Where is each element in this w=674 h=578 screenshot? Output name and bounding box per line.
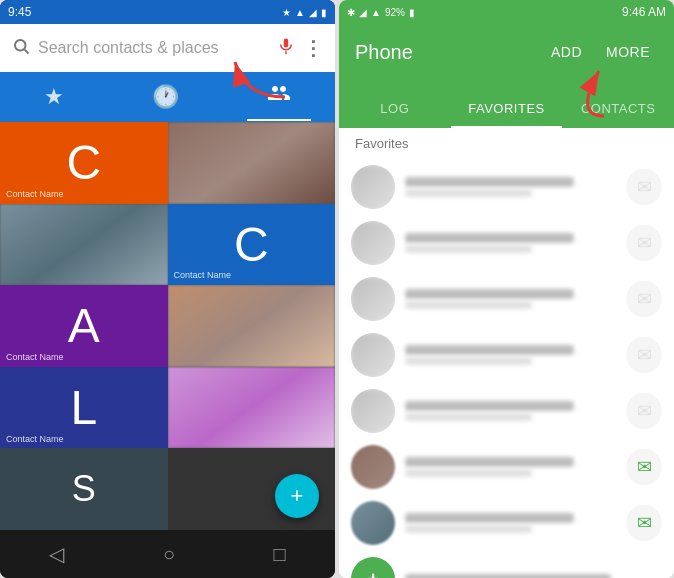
phone-header: Phone ADD MORE bbox=[339, 24, 674, 80]
svg-line-1 bbox=[24, 49, 28, 53]
nav-tabs-left: ★ 🕐 bbox=[0, 72, 335, 122]
contact-name-blur bbox=[405, 289, 574, 299]
list-item[interactable]: ✉ bbox=[339, 439, 674, 495]
contact-action-icon[interactable]: ✉ bbox=[626, 281, 662, 317]
status-bar-left: 9:45 ★ ▲ ◢ ▮ bbox=[0, 0, 335, 24]
grid-cell-2[interactable] bbox=[0, 204, 168, 286]
battery-icon-r: ▮ bbox=[409, 7, 415, 18]
back-button[interactable]: ◁ bbox=[49, 542, 64, 566]
svg-point-0 bbox=[15, 40, 26, 51]
contact-letter-a: A bbox=[68, 298, 100, 353]
list-item[interactable]: ✉ bbox=[339, 327, 674, 383]
more-button[interactable]: MORE bbox=[598, 40, 658, 64]
contacts-tab[interactable] bbox=[247, 73, 311, 121]
home-button[interactable]: ○ bbox=[163, 543, 175, 566]
contact-detail-blur bbox=[405, 189, 532, 197]
grid-cell-0[interactable]: C Contact Name bbox=[0, 122, 168, 204]
contact-action-icon[interactable]: ✉ bbox=[626, 449, 662, 485]
list-item[interactable]: ✉ bbox=[339, 271, 674, 327]
wifi-icon-r: ◢ bbox=[359, 7, 367, 18]
contact-action-icon[interactable]: ✉ bbox=[626, 393, 662, 429]
contact-name-3: Contact Name bbox=[174, 270, 232, 281]
search-input[interactable]: Search contacts & places bbox=[38, 39, 269, 57]
contact-info bbox=[405, 401, 616, 421]
grid-cell-7[interactable] bbox=[168, 367, 336, 449]
contact-letter-l: L bbox=[70, 380, 97, 435]
grid-cell-8[interactable]: S bbox=[0, 448, 168, 530]
contact-detail-blur bbox=[405, 413, 532, 421]
status-icons-left: ★ ▲ ◢ ▮ bbox=[282, 7, 327, 18]
contact-name-blur bbox=[405, 177, 574, 187]
list-item[interactable]: ✉ bbox=[339, 215, 674, 271]
contacts-list: ✉ ✉ ✉ bbox=[339, 159, 674, 578]
list-item[interactable]: ✉ bbox=[339, 495, 674, 551]
contact-name-4: Contact Name bbox=[6, 352, 64, 363]
list-item[interactable]: + bbox=[339, 551, 674, 578]
contact-action-icon[interactable]: ✉ bbox=[626, 169, 662, 205]
contact-action-icon[interactable]: ✉ bbox=[626, 505, 662, 541]
favorites-section: Favorites ✉ ✉ bbox=[339, 128, 674, 578]
contact-info bbox=[405, 289, 616, 309]
bottom-nav-left: ◁ ○ □ bbox=[0, 530, 335, 578]
time-right: 9:46 AM bbox=[622, 5, 666, 19]
add-button[interactable]: ADD bbox=[543, 40, 590, 64]
avatar: + bbox=[351, 557, 395, 578]
contact-name-6: Contact Name bbox=[6, 434, 64, 445]
recents-button[interactable]: □ bbox=[274, 543, 286, 566]
grid-cell-5[interactable] bbox=[168, 285, 336, 367]
fab-icon: + bbox=[291, 483, 304, 509]
contact-action-icon[interactable]: ✉ bbox=[626, 337, 662, 373]
avatar bbox=[351, 221, 395, 265]
battery-icon: ▮ bbox=[321, 7, 327, 18]
contact-name-blur bbox=[405, 233, 574, 243]
grid-cell-1[interactable] bbox=[168, 122, 336, 204]
mic-icon[interactable] bbox=[277, 37, 295, 60]
tab-favorites[interactable]: FAVORITES bbox=[451, 89, 563, 128]
battery-pct: 92% bbox=[385, 7, 405, 18]
contact-detail-blur bbox=[405, 469, 532, 477]
contacts-grid: C Contact Name C Contact Name A Contact … bbox=[0, 122, 335, 530]
right-phone: ✱ ◢ ▲ 92% ▮ 9:46 AM Phone ADD MORE LOG F… bbox=[339, 0, 674, 578]
favorites-tab[interactable]: ★ bbox=[24, 76, 84, 118]
contact-info bbox=[405, 574, 662, 578]
favorites-label: Favorites bbox=[339, 128, 674, 159]
contact-name-0: Contact Name bbox=[6, 189, 64, 200]
list-item[interactable]: ✉ bbox=[339, 383, 674, 439]
contact-info bbox=[405, 177, 616, 197]
tab-log[interactable]: LOG bbox=[339, 89, 451, 128]
bluetooth-icon-r: ✱ bbox=[347, 7, 355, 18]
more-menu-icon[interactable]: ⋮ bbox=[303, 36, 323, 60]
contact-action-icon[interactable]: ✉ bbox=[626, 225, 662, 261]
wifi-icon: ◢ bbox=[309, 7, 317, 18]
search-bar[interactable]: Search contacts & places ⋮ bbox=[0, 24, 335, 72]
signal-icon: ▲ bbox=[295, 7, 305, 18]
contact-detail-blur bbox=[405, 245, 532, 253]
contact-info bbox=[405, 457, 616, 477]
recents-tab[interactable]: 🕐 bbox=[132, 76, 199, 118]
signal-icon-r: ▲ bbox=[371, 7, 381, 18]
contact-name-blur bbox=[405, 401, 574, 411]
app-title: Phone bbox=[355, 41, 535, 64]
grid-cell-3[interactable]: C Contact Name bbox=[168, 204, 336, 286]
contact-info bbox=[405, 513, 616, 533]
tab-contacts[interactable]: CONTACTS bbox=[562, 89, 674, 128]
grid-cell-4[interactable]: A Contact Name bbox=[0, 285, 168, 367]
avatar bbox=[351, 333, 395, 377]
contact-letter-s: S bbox=[72, 468, 96, 510]
contact-detail-blur bbox=[405, 301, 532, 309]
fab-button[interactable]: + bbox=[275, 474, 319, 518]
avatar bbox=[351, 277, 395, 321]
contact-detail-blur bbox=[405, 525, 532, 533]
avatar bbox=[351, 165, 395, 209]
grid-cell-6[interactable]: L Contact Name bbox=[0, 367, 168, 449]
contact-name-blur bbox=[405, 574, 611, 578]
avatar bbox=[351, 445, 395, 489]
contact-info bbox=[405, 233, 616, 253]
contact-info bbox=[405, 345, 616, 365]
contact-letter-c2: C bbox=[234, 217, 269, 272]
list-item[interactable]: ✉ bbox=[339, 159, 674, 215]
time-left: 9:45 bbox=[8, 5, 31, 19]
svg-rect-2 bbox=[284, 38, 289, 47]
contact-letter-c1: C bbox=[66, 135, 101, 190]
status-bar-right: ✱ ◢ ▲ 92% ▮ 9:46 AM bbox=[339, 0, 674, 24]
